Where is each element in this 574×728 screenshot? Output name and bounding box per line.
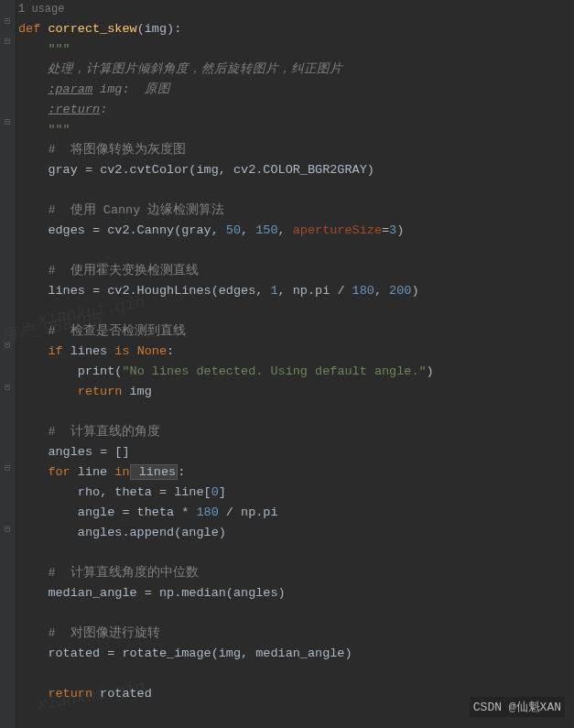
code-line: :return: — [18, 100, 574, 120]
fold-mark[interactable]: ⊟ — [5, 342, 12, 350]
code-editor[interactable]: ⊟ ⊟ ⊟ ⊟ ⊟ ⊟ ⊟ 1 usage def correct_skew(i… — [0, 0, 574, 728]
code-line: if lines is None: — [18, 342, 574, 362]
code-line: # 检查是否检测到直线 — [18, 321, 574, 342]
code-line: median_angle = np.median(angles) — [18, 583, 574, 603]
blank-line — [18, 241, 574, 261]
fold-mark[interactable]: ⊟ — [5, 527, 12, 534]
fold-mark[interactable]: ⊟ — [5, 38, 12, 46]
code-line: # 使用 Canny 边缘检测算法 — [18, 201, 574, 221]
function-name: correct_skew — [48, 22, 136, 36]
fold-mark[interactable]: ⊟ — [5, 119, 12, 126]
code-line: def correct_skew(img): — [18, 19, 574, 39]
code-line: print("No lines detected. Using default … — [18, 362, 574, 382]
fold-mark[interactable]: ⊟ — [5, 385, 12, 392]
blank-line — [18, 664, 574, 684]
code-line: # 使用霍夫变换检测直线 — [18, 261, 574, 281]
code-line: gray = cv2.cvtColor(img, cv2.COLOR_BGR2G… — [18, 160, 574, 180]
code-line: edges = cv2.Canny(gray, 50, 150, apertur… — [18, 221, 574, 241]
code-line: angles = [] — [18, 442, 574, 462]
code-line: # 对图像进行旋转 — [18, 624, 574, 644]
fold-mark[interactable]: ⊟ — [5, 18, 12, 26]
code-line: :param img: 原图 — [18, 80, 574, 100]
code-line: """ — [18, 39, 574, 60]
csdn-attribution: CSDN @仙魁XAN — [470, 697, 565, 717]
code-line: rotated = rotate_image(img, median_angle… — [18, 644, 574, 664]
code-line: rho, theta = line[0] — [18, 483, 574, 503]
code-line: angles.append(angle) — [18, 523, 574, 543]
blank-line — [18, 603, 574, 624]
blank-line — [18, 543, 574, 563]
code-line: # 计算直线角度的中位数 — [18, 563, 574, 583]
blank-line — [18, 402, 574, 422]
blank-line — [18, 301, 574, 321]
code-line: # 将图像转换为灰度图 — [18, 140, 574, 160]
code-line: for line in lines: — [18, 462, 574, 483]
code-line: lines = cv2.HoughLines(edges, 1, np.pi /… — [18, 281, 574, 301]
fold-mark[interactable]: ⊟ — [5, 465, 12, 473]
code-line: 处理，计算图片倾斜角度，然后旋转图片，纠正图片 — [18, 60, 574, 80]
usage-hint: 1 usage — [18, 3, 574, 16]
gutter: ⊟ ⊟ ⊟ ⊟ ⊟ ⊟ ⊟ — [0, 0, 16, 728]
code-line: angle = theta * 180 / np.pi — [18, 503, 574, 523]
code-line: return img — [18, 382, 574, 402]
code-line: # 计算直线的角度 — [18, 422, 574, 442]
code-area[interactable]: 1 usage def correct_skew(img): """ 处理，计算… — [16, 0, 574, 728]
code-line: """ — [18, 120, 574, 140]
blank-line — [18, 180, 574, 201]
